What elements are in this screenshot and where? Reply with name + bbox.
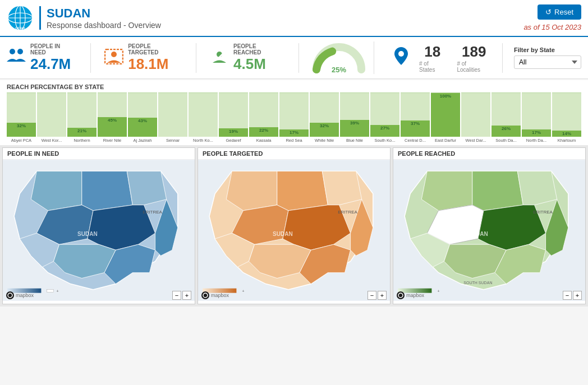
map-reached-footer: mapbox − +	[393, 290, 585, 301]
bar-chart-section: REACH PERCENTAGE BY STATE 32%Abyei PCAWe…	[0, 80, 588, 145]
bar-col-2: 21%Northern	[67, 92, 97, 143]
bar-pct-label-4: 43%	[138, 118, 147, 123]
map-people-in-need: PEOPLE IN NEED SUDAN ERITREA	[2, 147, 195, 304]
map-zoom-1[interactable]: − +	[172, 291, 191, 300]
bar-inner-4: 43%	[128, 118, 157, 137]
bar-pct-label-16: 26%	[502, 126, 511, 131]
bar-pct-label-3: 45%	[108, 118, 117, 123]
bar-inner-2: 21%	[67, 128, 97, 137]
map-zoom-3[interactable]: − +	[563, 291, 582, 300]
bar-inner-10: 32%	[310, 123, 339, 137]
svg-marker-16	[82, 171, 133, 210]
people-in-need-label: PEOPLE IN NEED	[30, 43, 77, 55]
bar-pct-label-14: 100%	[440, 94, 451, 99]
bar-outer-0: 32%	[7, 92, 36, 137]
bar-col-7: 19%Gedaref	[219, 92, 248, 143]
filter-state-select[interactable]: All	[514, 55, 581, 69]
bar-name-label-8: Kassala	[256, 138, 272, 143]
zoom-out-btn-2[interactable]: −	[368, 291, 376, 300]
people-targeted-block: PEOPLE TARGETED 18.1M	[104, 43, 196, 73]
localities-label: # of Localities	[457, 61, 491, 73]
bar-outer-9: 17%	[279, 92, 309, 137]
svg-text:SUDAN: SUDAN	[273, 231, 293, 237]
people-in-need-icon	[7, 48, 26, 68]
reach-gauge: 25%	[313, 41, 374, 74]
bar-outer-6	[189, 92, 218, 137]
people-targeted-label: PEOPLE TARGETED	[128, 43, 182, 55]
bar-col-13: 37%Central D...	[401, 92, 430, 143]
header-text: SUDAN Response dashboard - Overview	[39, 6, 161, 30]
bar-name-label-17: North Da...	[526, 138, 546, 143]
bar-outer-15	[461, 92, 490, 137]
map-reached-title: PEOPLE REACHED	[393, 148, 585, 160]
bar-outer-5	[158, 92, 187, 137]
bar-pct-label-18: 14%	[562, 131, 571, 136]
bar-col-16: 26%South Da...	[491, 92, 521, 143]
bar-pct-label-10: 32%	[320, 123, 329, 128]
reset-label: Reset	[554, 8, 573, 16]
svg-text:25%: 25%	[332, 66, 346, 74]
bar-inner-14: 100%	[431, 93, 460, 137]
map-in-need-area[interactable]: SUDAN ERITREA + mapbox	[3, 160, 195, 301]
reset-button[interactable]: ↺ Reset	[538, 4, 581, 20]
filter-block: Filter by State All	[514, 47, 581, 69]
bar-outer-1	[37, 92, 66, 137]
people-reached-value: 4.5M	[233, 55, 266, 72]
bar-col-12: 27%South Ko...	[370, 92, 399, 143]
states-value: 18	[424, 43, 440, 61]
bar-inner-8: 22%	[249, 127, 278, 137]
localities-value: 189	[462, 43, 486, 61]
bar-pct-label-8: 22%	[259, 128, 268, 133]
bar-col-1: West Kor...	[37, 92, 66, 143]
zoom-out-btn-1[interactable]: −	[172, 291, 181, 300]
bar-outer-13: 37%	[401, 92, 430, 137]
bar-col-4: 43%Aj Jazirah	[128, 92, 157, 143]
map-reached-area[interactable]: SUDAN ERITREA SOUTH SUDAN + mapbox	[393, 160, 585, 301]
filter-label: Filter by State	[514, 47, 581, 53]
people-in-need-value: 24.7M	[30, 55, 71, 72]
map-zoom-2[interactable]: − +	[368, 291, 387, 300]
svg-marker-17	[127, 171, 166, 205]
bar-inner-16: 26%	[491, 126, 521, 137]
as-of-date: as of 15 Oct 2023	[523, 23, 581, 31]
country-title: SUDAN	[47, 6, 161, 21]
bar-chart-title: REACH PERCENTAGE BY STATE	[7, 84, 581, 90]
map-targeted-footer: mapbox − +	[198, 290, 390, 301]
zoom-in-btn-3[interactable]: +	[573, 291, 582, 300]
bar-inner-3: 45%	[98, 117, 127, 137]
bar-outer-17: 17%	[522, 92, 551, 137]
svg-text:SUDAN: SUDAN	[468, 231, 488, 237]
states-label: # of States	[419, 61, 445, 73]
svg-text:SOUTH SUDAN: SOUTH SUDAN	[463, 281, 492, 285]
zoom-in-btn-2[interactable]: +	[378, 291, 387, 300]
svg-text:SUDAN: SUDAN	[77, 231, 98, 237]
bar-name-label-15: West Dar...	[466, 138, 486, 143]
localities-stat: 189 # of Localities	[457, 43, 491, 73]
svg-point-12	[398, 51, 404, 57]
svg-marker-35	[322, 171, 361, 205]
bar-col-15: West Dar...	[461, 92, 490, 143]
bar-col-14: 100%East Darfur	[431, 92, 460, 143]
svg-text:ERITREA: ERITREA	[143, 210, 162, 215]
bar-outer-4: 43%	[128, 92, 157, 137]
bar-inner-0: 32%	[7, 123, 36, 137]
bar-name-label-10: White Nile	[315, 138, 334, 143]
bar-outer-10: 32%	[310, 92, 339, 137]
map-targeted-area[interactable]: SUDAN ERITREA + mapbox − +	[198, 160, 390, 301]
bar-col-9: 17%Red Sea	[279, 92, 309, 143]
zoom-in-btn-1[interactable]: +	[182, 291, 191, 300]
bar-name-label-0: Abyei PCA	[11, 138, 31, 143]
bar-outer-8: 22%	[249, 92, 278, 137]
bar-name-label-12: South Ko...	[374, 138, 395, 143]
bar-pct-label-11: 39%	[350, 120, 359, 126]
map-people-targeted: PEOPLE TARGETED SUDAN ERITREA	[197, 147, 391, 304]
svg-marker-34	[277, 171, 328, 210]
bar-outer-16: 26%	[491, 92, 521, 137]
zoom-out-btn-3[interactable]: −	[563, 291, 572, 300]
bar-outer-7: 19%	[219, 92, 248, 137]
map-in-need-footer: mapbox − +	[3, 290, 195, 301]
people-reached-label: PEOPLE REACHED	[233, 43, 285, 55]
bar-pct-label-7: 19%	[229, 129, 238, 134]
svg-point-7	[17, 49, 23, 54]
bar-inner-7: 19%	[219, 128, 248, 137]
